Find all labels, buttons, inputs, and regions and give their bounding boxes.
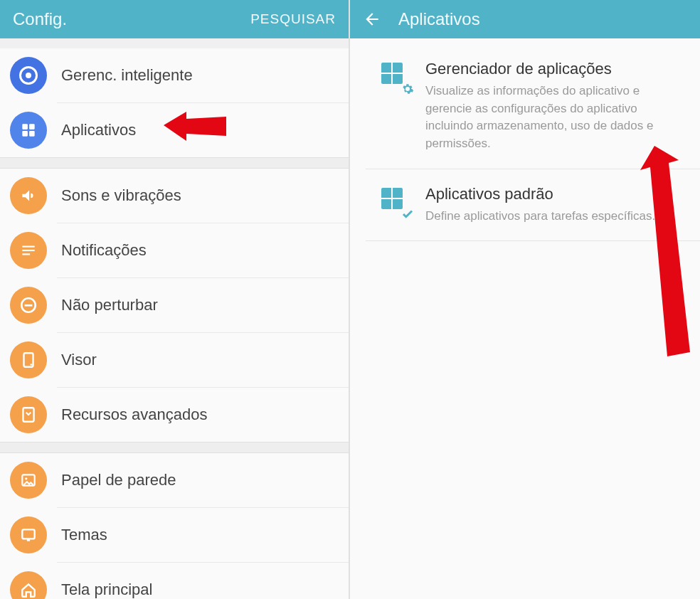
gear-icon: [401, 83, 414, 95]
detail-item-title: Aplicativos padrão: [425, 185, 679, 203]
advanced-icon: [10, 396, 47, 433]
check-icon: [401, 208, 414, 221]
list-item-dnd[interactable]: Não perturbar: [0, 278, 349, 332]
svg-rect-3: [29, 131, 35, 137]
notifications-icon: [10, 232, 47, 269]
detail-item-title: Gerenciador de aplicações: [425, 60, 679, 78]
list-item-notifications[interactable]: Notificações: [0, 223, 349, 277]
list-item-label: Tela principal: [61, 581, 152, 599]
apps-default-icon: [381, 188, 410, 216]
detail-text: Gerenciador de aplicações Visualize as i…: [425, 60, 679, 153]
smart-manager-icon: [10, 57, 47, 94]
wallpaper-icon: [10, 462, 47, 499]
detail-title: Aplicativos: [398, 9, 480, 29]
list-item-label: Notificações: [61, 241, 147, 260]
list-item-label: Papel de parede: [61, 471, 176, 489]
svg-rect-15: [22, 529, 34, 539]
detail-item-app-manager[interactable]: Gerenciador de aplicações Visualize as i…: [366, 44, 700, 169]
list-item-label: Gerenc. inteligente: [61, 66, 193, 85]
home-screen-icon: [10, 571, 47, 599]
list-item-home-screen[interactable]: Tela principal: [0, 563, 349, 599]
apps-manage-icon: [381, 63, 410, 91]
settings-list-panel: Config. PESQUISAR Gerenc. inteligente Ap…: [0, 0, 350, 599]
list-item-label: Visor: [61, 351, 97, 369]
svg-point-14: [25, 477, 27, 479]
list-item-label: Temas: [61, 526, 107, 544]
svg-rect-0: [22, 124, 28, 129]
list-item-advanced[interactable]: Recursos avançados: [0, 388, 349, 442]
dnd-icon: [10, 287, 47, 324]
list-item-sounds[interactable]: Sons e vibrações: [0, 169, 349, 223]
svg-rect-9: [25, 304, 33, 307]
list-item-themes[interactable]: Temas: [0, 508, 349, 562]
svg-rect-7: [22, 253, 30, 255]
list-item-display[interactable]: Visor: [0, 333, 349, 387]
divider: [0, 442, 349, 453]
apps-icon: [10, 112, 47, 149]
detail-text: Aplicativos padrão Define aplicativos pa…: [425, 185, 679, 226]
detail-item-default-apps[interactable]: Aplicativos padrão Define aplicativos pa…: [366, 169, 700, 242]
svg-rect-6: [22, 250, 34, 251]
svg-rect-1: [29, 124, 35, 129]
detail-item-desc: Visualize as informações do aplicativo e…: [425, 83, 679, 153]
svg-rect-16: [27, 539, 30, 541]
annotation-arrow: [164, 107, 228, 149]
list-item-label: Aplicativos: [61, 121, 136, 139]
svg-point-11: [30, 364, 32, 366]
list-item-wallpaper[interactable]: Papel de parede: [0, 453, 349, 507]
display-icon: [10, 341, 47, 378]
config-title: Config.: [13, 9, 67, 29]
divider: [0, 38, 349, 48]
svg-rect-2: [22, 131, 28, 137]
svg-marker-4: [164, 112, 226, 141]
list-item-label: Sons e vibrações: [61, 186, 181, 205]
left-header: Config. PESQUISAR: [0, 0, 349, 38]
arrow-left-icon: [363, 10, 381, 28]
list-item-label: Não perturbar: [61, 296, 158, 314]
themes-icon: [10, 516, 47, 553]
detail-item-desc: Define aplicativos para tarefas específi…: [425, 208, 679, 226]
sound-icon: [10, 177, 47, 214]
divider: [0, 157, 349, 169]
svg-rect-5: [22, 246, 34, 248]
detail-list: Gerenciador de aplicações Visualize as i…: [350, 38, 700, 241]
detail-panel: Aplicativos Gerenciador de aplicações Vi…: [350, 0, 700, 599]
list-item-aplicativos[interactable]: Aplicativos: [0, 103, 349, 157]
right-header: Aplicativos: [350, 0, 700, 38]
list-item-smart-manager[interactable]: Gerenc. inteligente: [0, 48, 349, 102]
list-item-label: Recursos avançados: [61, 405, 207, 424]
settings-list: Gerenc. inteligente Aplicativos Sons e v…: [0, 38, 349, 599]
search-button[interactable]: PESQUISAR: [250, 11, 336, 27]
back-button[interactable]: [363, 10, 381, 28]
